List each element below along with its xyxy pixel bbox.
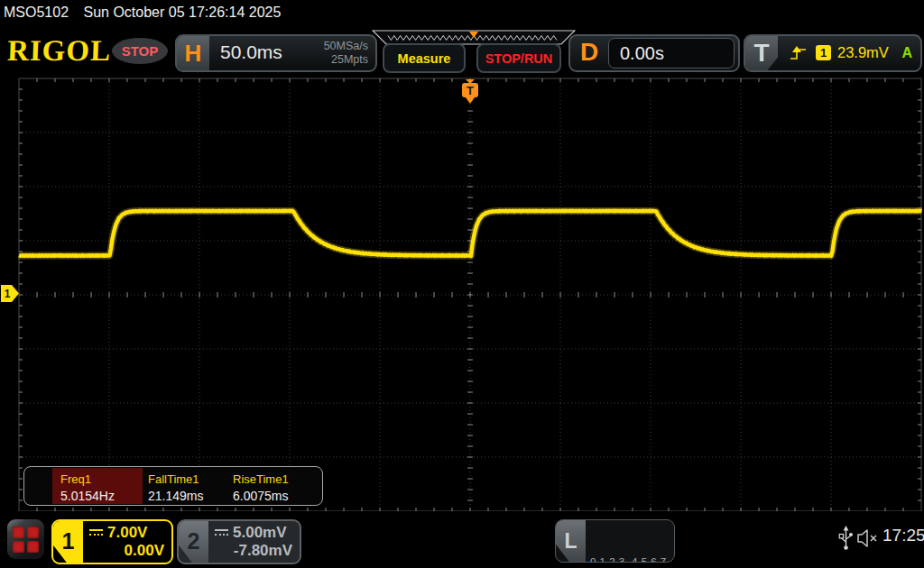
dc-coupling-icon bbox=[89, 528, 103, 537]
channel-1-scale: 7.00V bbox=[107, 524, 147, 542]
channel-2-block[interactable]: 2 5.00mV -7.80mV bbox=[177, 519, 301, 564]
measurement-value: 21.149ms bbox=[148, 489, 203, 503]
measurement-label: FallTime1 bbox=[148, 472, 203, 486]
channel-1-block[interactable]: 1 7.00V 0.00V bbox=[51, 519, 173, 564]
menu-grid-dot bbox=[13, 527, 24, 538]
status-clock: 17:25 bbox=[882, 526, 924, 545]
channel-2-number: 2 bbox=[179, 521, 208, 563]
menu-grid-button[interactable] bbox=[7, 519, 44, 559]
measurement-label: Freq1 bbox=[60, 472, 115, 486]
measurement-label: RiseTime1 bbox=[233, 472, 289, 486]
measurement-item-falltime1[interactable]: FallTime1 21.149ms bbox=[148, 472, 203, 503]
measurement-panel: Freq1 5.0154Hz FallTime1 21.149ms RiseTi… bbox=[23, 466, 323, 506]
dc-coupling-icon bbox=[215, 528, 228, 537]
usb-icon bbox=[838, 525, 854, 552]
oscilloscope-screen: MSO5102 Sun October 05 17:26:14 2025 RIG… bbox=[0, 0, 924, 568]
logic-channels-row1: 0 1 2 3 4 5 6 7 bbox=[590, 554, 672, 563]
channel-1-position-marker[interactable]: 1 bbox=[1, 285, 19, 302]
svg-text:T: T bbox=[467, 84, 474, 97]
menu-grid-dot bbox=[27, 527, 39, 538]
measurement-value: 5.0154Hz bbox=[60, 489, 115, 503]
svg-text:1: 1 bbox=[5, 288, 11, 300]
measurement-value: 6.0075ms bbox=[233, 489, 289, 503]
logic-label: L bbox=[556, 520, 586, 562]
logic-channels-block[interactable]: L 0 1 2 3 4 5 6 7 8 9 1011 12131415 bbox=[555, 519, 675, 563]
channel-2-offset: -7.80mV bbox=[215, 542, 292, 561]
menu-grid-dot bbox=[27, 541, 39, 553]
measurement-item-freq1[interactable]: Freq1 5.0154Hz bbox=[60, 472, 115, 503]
menu-grid-dot bbox=[13, 541, 24, 553]
channel-1-number: 1 bbox=[53, 521, 83, 563]
bottom-status-bar: 1 7.00V 0.00V 2 5.00mV -7.80mV L bbox=[0, 511, 924, 568]
channel-2-scale: 5.00mV bbox=[233, 524, 287, 542]
speaker-muted-icon[interactable] bbox=[855, 527, 880, 549]
channel-1-offset: 0.00V bbox=[89, 542, 164, 561]
measurement-item-risetime1[interactable]: RiseTime1 6.0075ms bbox=[233, 472, 289, 503]
